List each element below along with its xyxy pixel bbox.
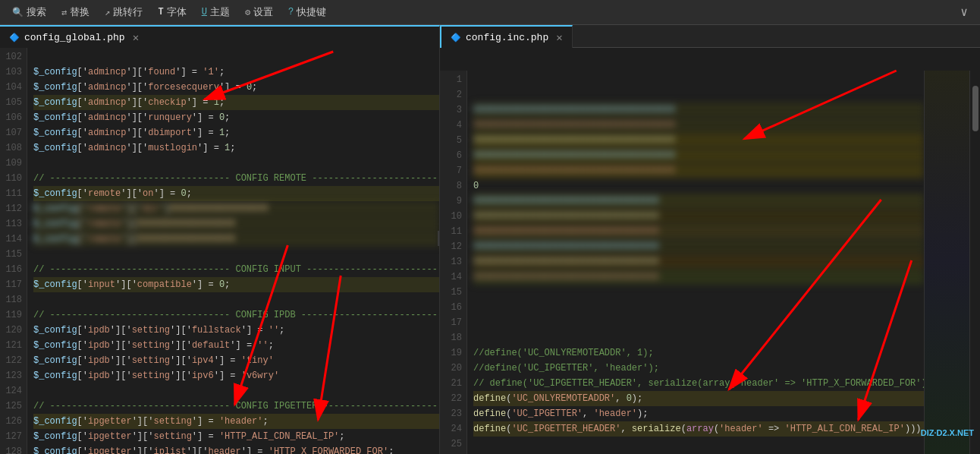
underline-icon: U [202, 7, 207, 17]
watermark: DIZ·D2.X.NET [883, 418, 974, 448]
code-line: $_config['ipdb']['setting']['ipv6'] = 'v… [33, 368, 439, 383]
toolbar: 🔍 搜索 ⇄ 替换 ↗ 跳转行 T 字体 U 主题 ⚙ 设置 ? 快捷键 ∨ [0, 0, 980, 25]
editor-left[interactable]: 102103104105 106107108109 110111112113 1… [0, 48, 440, 454]
code-line: $_config['admincp']['runquery'] = 0; [33, 110, 439, 125]
code-line-blurred: XXXXXXXXXXXXXXXXXXXXXXXXXXXXXXXXXX [473, 239, 924, 254]
code-line [33, 383, 439, 399]
toolbar-shortcuts[interactable]: ? 快捷键 [282, 2, 332, 22]
right-scrollbar[interactable] [969, 71, 980, 454]
tab-close-right[interactable]: ✕ [556, 31, 562, 44]
code-line-blurred: XXXXXXXXXXXXXXXXXXXXXXXXXXXXXXXXXX [473, 209, 924, 224]
code-line [473, 437, 924, 452]
code-line [33, 49, 439, 65]
gear-icon: ⚙ [245, 7, 250, 18]
code-line-highlight2: define('UC_ONLYREMOTEADDR', 0); [473, 391, 924, 406]
code-line [473, 315, 924, 330]
code-line: 0 [473, 178, 924, 194]
code-line: $_config['ipdb']['setting']['fullstack']… [33, 323, 439, 338]
code-line [473, 330, 924, 345]
main-content: 102103104105 106107108109 110111112113 1… [0, 48, 980, 454]
code-line: $_config['admincp']['found'] = '1'; [33, 65, 439, 80]
code-line: // --------------------------------- CON… [33, 262, 439, 277]
tab-config-inc[interactable]: 🔷 config.inc.php ✕ [440, 25, 573, 48]
code-line: $_config['admincp']['dbimport'] = 1; [33, 125, 439, 140]
font-icon: T [158, 7, 163, 17]
code-line [473, 285, 924, 300]
help-icon: ? [288, 7, 294, 17]
code-line-highlight2: define('UC_IPGETTER_HEADER', serialize(a… [473, 421, 924, 437]
code-line [33, 247, 439, 262]
code-line-comment: //define('UC_ONLYREMOTEADDR', 1); [473, 345, 924, 361]
code-line-blurred: XXXXXXXXXXXXXXXXXXXXXXXXXXXXXXXXXX [473, 270, 924, 285]
code-line-blurred: XXXXXXXXXXXXXXXXXXXXXXXXXXXXXXXXXXXXX [473, 148, 924, 163]
code-line-blurred: XXXXXXXXXXXXXXXXXXXXXXXXXXXXXXXXXX [473, 194, 924, 209]
code-line: $_config['ipgetter']['setting'] = 'HTTP_… [33, 429, 439, 444]
code-line-blurred: XXXXXXXXXXXXXXXXXXXXXXXXXXXXXXXXXXXXX [473, 133, 924, 148]
code-line-highlight: $_config['input']['compatible'] = 0; [33, 277, 439, 292]
tab-bar: 🔷 config_global.php ✕ 🔷 config.inc.php ✕ [0, 25, 980, 48]
code-line [473, 300, 924, 315]
code-line: $_config['admincp']['mustlogin'] = 1; [33, 140, 439, 156]
code-line-blurred: XXXXXXXXXXXXXXXXXXXXXXXXXXXXXXXXXX [473, 254, 924, 270]
code-line: $_config['ipdb']['setting']['default'] =… [33, 338, 439, 353]
search-icon: 🔍 [12, 7, 24, 18]
editor-right[interactable]: 12345 678910 1112131415 1617181920 21222… [440, 48, 980, 454]
code-line-highlight: $_config['remote']['on'] = 0; [33, 186, 439, 201]
code-line: // --------------------------------- CON… [33, 307, 439, 323]
code-line [33, 156, 439, 171]
code-line [33, 292, 439, 307]
code-line-highlight: $_config['admincp']['checkip'] = 1; [33, 95, 439, 110]
code-line-blurred: XXXXXXXXXXXXXXXXXXXXXXXXXXXXXXXXXXXXX [473, 118, 924, 133]
code-line-blurred: XXXXXXXXXXXXXXXXXXXXXXXXXXXXXXXXXXXXX [473, 163, 924, 178]
right-minimap [924, 71, 969, 454]
code-line: // --------------------------------- CON… [33, 399, 439, 414]
code-line: define('UC_IPGETTER', 'header'); [473, 406, 924, 421]
toolbar-more-button[interactable]: ∨ [954, 2, 974, 23]
code-line-blurred: $_config['remote'][XXXXXXXXXXXXXXXXXX [33, 216, 439, 232]
code-line: // --------------------------------- CON… [33, 171, 439, 186]
toolbar-replace[interactable]: ⇄ 替换 [55, 2, 96, 22]
editor-right-content: 12345 678910 1112131415 1617181920 21222… [440, 71, 980, 454]
scroll-thumb[interactable] [972, 86, 978, 131]
code-line-blurred: $_config['remote'][XXXXXXXXXXXXXXXXXX [33, 232, 439, 247]
code-line-highlight2: $_config['ipgetter']['setting'] = 'heade… [33, 414, 439, 429]
toolbar-font[interactable]: T 字体 [152, 2, 192, 22]
code-line-comment: //define('UC_IPGETTER', 'header'); [473, 361, 924, 376]
right-line-numbers: 12345 678910 1112131415 1617181920 21222… [440, 71, 467, 454]
replace-icon: ⇄ [61, 7, 67, 18]
file-icon-right: 🔷 [451, 33, 461, 43]
code-line-blurred: XXXXXXXXXXXXXXXXXXXXXXXXXXXXXXXXXXXXX [473, 102, 924, 118]
tab-config-global[interactable]: 🔷 config_global.php ✕ [0, 25, 440, 48]
code-line [473, 72, 924, 87]
toolbar-settings[interactable]: ⚙ 设置 [239, 2, 279, 22]
left-line-numbers: 102103104105 106107108109 110111112113 1… [0, 48, 27, 454]
code-line-blurred: $_config['remote']['dir']XXXXXXXXXXXXXXX… [33, 201, 439, 216]
watermark-text: DIZ·D2.X.NET [921, 428, 974, 437]
toolbar-goto[interactable]: ↗ 跳转行 [99, 2, 149, 22]
tab-close-left[interactable]: ✕ [133, 31, 139, 44]
code-line-comment: // define('UC_IPGETTER_HEADER', serializ… [473, 376, 924, 391]
toolbar-theme[interactable]: U 主题 [196, 2, 236, 22]
left-code-area[interactable]: $_config['admincp']['found'] = '1'; $_co… [27, 48, 439, 454]
code-line: $_config['ipgetter']['iplist']['header']… [33, 444, 439, 454]
code-line: $_config['ipdb']['setting']['ipv4'] = 't… [33, 353, 439, 368]
code-line [473, 87, 924, 102]
code-line-blurred: XXXXXXXXXXXXXXXXXXXXXXXXXXXXXXXXXX [473, 224, 924, 239]
right-code-area[interactable]: XXXXXXXXXXXXXXXXXXXXXXXXXXXXXXXXXXXXX XX… [467, 71, 924, 454]
goto-icon: ↗ [105, 7, 110, 18]
file-icon-left: 🔷 [9, 33, 20, 43]
code-line: $_config['admincp']['forcesecquery'] = 0… [33, 80, 439, 95]
toolbar-search[interactable]: 🔍 搜索 [6, 2, 52, 22]
